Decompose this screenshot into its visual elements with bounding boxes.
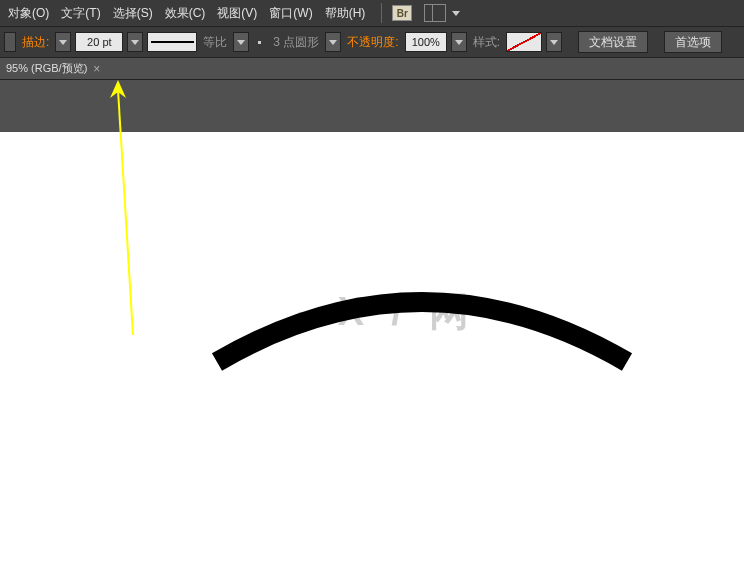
workspace-layout-icon[interactable] <box>424 4 446 22</box>
style-label: 样式: <box>473 34 500 51</box>
brush-dot-icon <box>253 36 265 48</box>
profile-dropdown[interactable] <box>233 32 249 52</box>
stroke-weight-input[interactable]: 20 pt <box>75 32 123 52</box>
menubar-divider <box>381 3 382 23</box>
close-icon[interactable]: × <box>93 62 100 76</box>
workspace-dropdown-icon[interactable] <box>452 11 460 16</box>
menu-help[interactable]: 帮助(H) <box>319 2 372 25</box>
path-arc-stroke[interactable] <box>207 282 637 372</box>
opacity-dropdown[interactable] <box>451 32 467 52</box>
stroke-weight-stepper[interactable] <box>127 32 143 52</box>
brush-dropdown[interactable] <box>325 32 341 52</box>
menu-select[interactable]: 选择(S) <box>107 2 159 25</box>
document-tab-bar: 95% (RGB/预览) × <box>0 58 744 80</box>
stroke-label: 描边: <box>22 34 49 51</box>
fill-stroke-icon[interactable] <box>4 32 16 52</box>
style-thumb-none[interactable] <box>506 32 542 52</box>
profile-label: 等比 <box>203 34 227 51</box>
menu-object[interactable]: 对象(O) <box>2 2 55 25</box>
stroke-weight-dropdown[interactable] <box>55 32 71 52</box>
menu-window[interactable]: 窗口(W) <box>263 2 318 25</box>
stroke-profile-thumb[interactable] <box>147 32 197 52</box>
menu-type[interactable]: 文字(T) <box>55 2 106 25</box>
menu-view[interactable]: 视图(V) <box>211 2 263 25</box>
bridge-icon[interactable]: Br <box>392 5 412 21</box>
document-tab[interactable]: 95% (RGB/预览) × <box>0 58 106 79</box>
svg-marker-1 <box>110 80 126 98</box>
document-setup-button[interactable]: 文档设置 <box>578 31 648 53</box>
menubar: 对象(O) 文字(T) 选择(S) 效果(C) 视图(V) 窗口(W) 帮助(H… <box>0 0 744 26</box>
workspace: - X / 网 <box>0 80 744 575</box>
brush-label: 3 点圆形 <box>273 34 319 51</box>
opacity-input[interactable]: 100% <box>405 32 447 52</box>
opacity-label: 不透明度: <box>347 34 398 51</box>
artboard[interactable]: - X / 网 <box>0 132 744 575</box>
preferences-button[interactable]: 首选项 <box>664 31 722 53</box>
style-dropdown[interactable] <box>546 32 562 52</box>
document-tab-label: 95% (RGB/预览) <box>6 61 87 76</box>
control-toolbar: 描边: 20 pt 等比 3 点圆形 不透明度: 100% 样式: 文档设置 首… <box>0 26 744 58</box>
menu-effect[interactable]: 效果(C) <box>159 2 212 25</box>
